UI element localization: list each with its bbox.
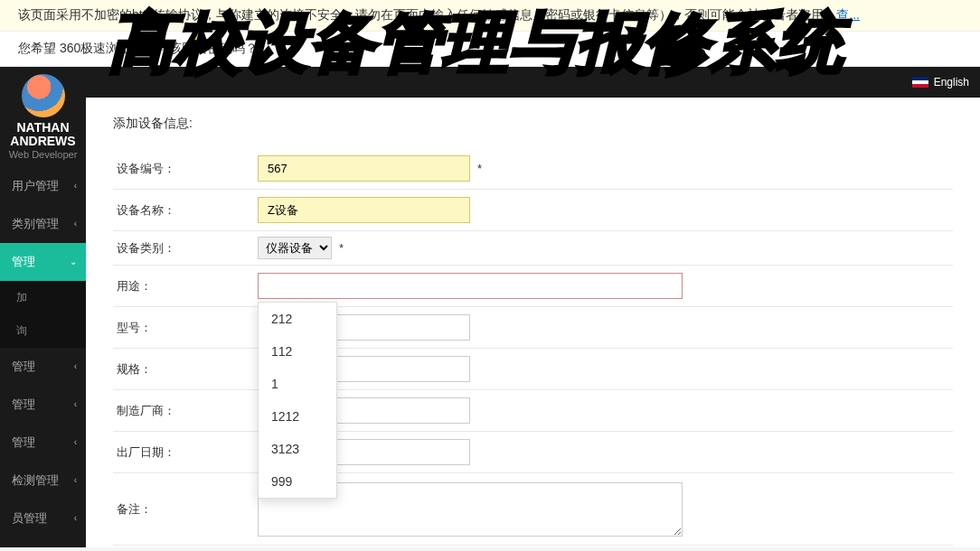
spec-label: 规格： [113, 361, 258, 378]
manufacturer-label: 制造厂商： [113, 403, 258, 419]
model-label: 型号： [113, 320, 258, 336]
usage-label: 用途： [113, 278, 258, 294]
sidebar-item-manage4[interactable]: 管理 ‹ [0, 424, 86, 462]
required-asterisk: * [477, 162, 482, 175]
chevron-left-icon: ‹ [74, 437, 77, 447]
chevron-left-icon: ‹ [74, 361, 77, 371]
sidebar-item-category[interactable]: 类别管理 ‹ [0, 205, 86, 243]
usage-input[interactable] [258, 273, 683, 299]
chevron-left-icon: ‹ [74, 399, 77, 409]
chevron-down-icon: ⌄ [70, 257, 77, 266]
main-content: English 添加设备信息: 设备编号： * 设备名称： 设备类别： [86, 67, 980, 547]
sidebar: NATHAN ANDREWS Web Developer 用户管理 ‹ 类别管理… [0, 67, 86, 547]
autocomplete-item[interactable]: 212 [259, 303, 336, 335]
avatar[interactable] [22, 74, 65, 117]
autocomplete-dropdown: 212 112 1 1212 3123 999 [258, 302, 337, 499]
sidebar-item-staff[interactable]: 员管理 ‹ [0, 500, 86, 537]
language-selector[interactable]: English [934, 76, 969, 89]
category-label: 设备类别： [113, 240, 258, 257]
device-name-input[interactable] [258, 197, 470, 223]
device-id-label: 设备编号： [113, 161, 258, 177]
user-name-line1: NATHAN [0, 121, 86, 135]
user-role: Web Developer [0, 149, 86, 160]
user-name-line2: ANDREWS [0, 135, 86, 148]
autocomplete-item[interactable]: 112 [259, 335, 336, 368]
category-select[interactable]: 仪器设备 [258, 237, 332, 259]
chevron-left-icon: ‹ [74, 513, 77, 523]
autocomplete-item[interactable]: 3123 [259, 433, 336, 465]
required-asterisk: * [339, 241, 344, 255]
device-id-input[interactable] [258, 155, 470, 182]
device-name-label: 设备名称： [113, 202, 258, 219]
autocomplete-item[interactable]: 1 [259, 368, 336, 400]
sidebar-sub-query[interactable]: 询 [0, 314, 86, 348]
autocomplete-item[interactable]: 1212 [259, 400, 336, 433]
sidebar-item-manage3[interactable]: 管理 ‹ [0, 386, 86, 424]
sidebar-sub-add[interactable]: 加 [0, 281, 86, 314]
sidebar-item-inspection[interactable]: 检测管理 ‹ [0, 462, 86, 500]
form-section-title: 添加设备信息: [113, 116, 953, 132]
flag-uk-icon [912, 77, 928, 88]
remark-label: 备注： [113, 501, 258, 518]
date-label: 出厂日期： [113, 444, 258, 461]
sidebar-item-manage2[interactable]: 管理 ‹ [0, 348, 86, 386]
autocomplete-item[interactable]: 999 [259, 465, 336, 498]
chevron-left-icon: ‹ [74, 181, 77, 191]
page-title-overlay: 高校设备管理与报修系统 [108, 0, 844, 87]
chevron-left-icon: ‹ [74, 475, 77, 485]
sidebar-item-users[interactable]: 用户管理 ‹ [0, 167, 86, 205]
sidebar-item-manage-active[interactable]: 管理 ⌄ [0, 243, 86, 281]
chevron-left-icon: ‹ [74, 219, 77, 229]
